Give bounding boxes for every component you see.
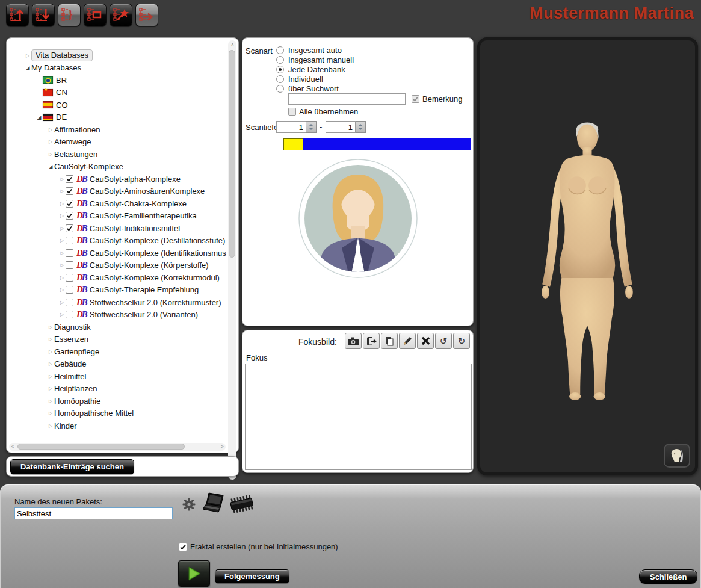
tree-item[interactable]: ▷Affirmationen	[47, 123, 100, 135]
laptop-icon[interactable]	[200, 492, 228, 518]
scroll-right-icon[interactable]: >	[221, 444, 224, 450]
tree-checkbox[interactable]	[66, 224, 73, 232]
db-tree-up-button[interactable]	[6, 4, 29, 26]
tree-item[interactable]: ▷DBCauSolyt-Komplexe (Identifikationsmus	[58, 247, 226, 259]
alle-uebernehmen-checkbox[interactable]	[288, 108, 296, 116]
expand-arrow-icon[interactable]: ▷	[58, 275, 66, 280]
expand-arrow-icon[interactable]: ▷	[47, 127, 54, 132]
expand-arrow-icon[interactable]: ▷	[47, 423, 54, 429]
tree-checkbox[interactable]	[66, 274, 73, 282]
expand-arrow-icon[interactable]: ▷	[47, 374, 54, 379]
fraktal-checkbox[interactable]	[179, 543, 187, 551]
horizontal-scrollbar-thumb[interactable]	[17, 444, 185, 450]
suchwort-input[interactable]	[288, 93, 406, 105]
expand-arrow-icon[interactable]: ▷	[47, 410, 54, 416]
expand-arrow-icon[interactable]: ▷	[58, 201, 66, 206]
expand-arrow-icon[interactable]: ▷	[58, 226, 66, 231]
bemerkung-option[interactable]: Bemerkung	[412, 94, 462, 104]
expand-arrow-icon[interactable]: ▷	[58, 213, 66, 218]
tree-item[interactable]: ◢DE	[36, 111, 67, 123]
radio-button[interactable]	[276, 56, 284, 64]
db-tree-export-button[interactable]	[135, 4, 158, 26]
tree-item[interactable]: ▷Gartenpflege	[47, 345, 99, 357]
package-name-input[interactable]	[14, 507, 173, 519]
rotate-right-button[interactable]: ↻	[453, 333, 470, 349]
tree-item[interactable]: CO	[36, 99, 68, 111]
vertical-scrollbar-thumb[interactable]	[229, 50, 235, 258]
tree-item[interactable]: ◢CauSolyt-Komplexe	[47, 161, 123, 173]
edit-pencil-button[interactable]	[399, 333, 416, 349]
expand-arrow-icon[interactable]: ▷	[58, 238, 66, 243]
collapse-arrow-icon[interactable]: ◢	[36, 114, 43, 120]
folgemessung-button[interactable]: Folgemessung	[215, 569, 289, 583]
bemerkung-checkbox[interactable]	[412, 95, 419, 103]
tree-checkbox[interactable]	[66, 261, 73, 269]
radio-button[interactable]	[276, 46, 284, 54]
scan-depth-from-stepper[interactable]: 1	[276, 121, 317, 133]
tree-item[interactable]: ▷DBStoffwechselkur 2.0 (Varianten)	[58, 309, 198, 321]
tree-item[interactable]: ▷DBStoffwechselkur 2.0 (Korrekturmuster)	[58, 296, 221, 308]
stepper-arrows-icon[interactable]	[306, 121, 317, 133]
tree-item[interactable]: BR	[36, 74, 67, 86]
tree-item[interactable]: ▷Homöopathie	[47, 395, 100, 407]
tree-item[interactable]: ▷DBCauSolyt-Komplexe (Destillationsstufe…	[58, 235, 225, 247]
scanart-option[interactable]: Individuell	[276, 74, 323, 84]
tree-item[interactable]: ▷Heilpflanzen	[47, 383, 97, 395]
tree-item[interactable]: ▷Kinder	[47, 419, 77, 432]
scroll-left-icon[interactable]: <	[11, 444, 14, 450]
scanart-option[interactable]: Jede Datenbank	[276, 64, 345, 74]
radio-button[interactable]	[276, 75, 284, 83]
tree-checkbox[interactable]	[66, 286, 73, 294]
body-model-figure[interactable]	[515, 119, 659, 401]
paste-image-button[interactable]	[381, 333, 398, 349]
db-tree-wand-button[interactable]	[110, 4, 132, 26]
tree-checkbox[interactable]	[66, 175, 73, 183]
scan-depth-to-stepper[interactable]: 1	[326, 121, 366, 133]
tree-item[interactable]: ▷Belastungen	[47, 148, 97, 160]
tree-checkbox[interactable]	[66, 311, 73, 318]
tree-item[interactable]: ▷Essenzen	[47, 333, 88, 345]
tree-item[interactable]: ▷Diagnostik	[47, 321, 91, 333]
tree-item[interactable]: ▷DBCauSolyt-Komplexe (Körperstoffe)	[58, 259, 209, 271]
tree-item[interactable]: ▷DBCauSolyt-alpha-Komplexe	[58, 173, 181, 185]
db-tree-down-button[interactable]	[32, 4, 55, 26]
delete-x-button[interactable]	[417, 333, 434, 349]
radio-button[interactable]	[276, 85, 284, 93]
expand-arrow-icon[interactable]: ▷	[47, 361, 54, 367]
rotate-left-button[interactable]: ↺	[435, 333, 452, 349]
tree-item[interactable]: ▷DBCauSolyt-Familientherapeutika	[58, 210, 197, 222]
expand-arrow-icon[interactable]: ▷	[58, 188, 66, 194]
collapse-arrow-icon[interactable]: ◢	[47, 164, 54, 170]
expand-arrow-icon[interactable]: ▷	[47, 386, 54, 391]
tree-checkbox[interactable]	[66, 299, 73, 306]
tree-item[interactable]: CN	[36, 87, 67, 99]
expand-arrow-icon[interactable]: ▷	[47, 398, 54, 404]
tree-checkbox[interactable]	[66, 200, 73, 208]
expand-arrow-icon[interactable]: ▷	[58, 250, 66, 256]
expand-arrow-icon[interactable]: ▷	[47, 152, 54, 157]
horizontal-scrollbar[interactable]: < >	[9, 443, 226, 451]
tree-item[interactable]: ▷Vita Databases	[24, 49, 93, 61]
expand-arrow-icon[interactable]: ▷	[58, 287, 66, 292]
expand-arrow-icon[interactable]: ▷	[47, 324, 54, 330]
fraktal-option[interactable]: Fraktal erstellen (nur bei Initialmessun…	[179, 542, 338, 551]
scan-depth-from-value[interactable]: 1	[276, 121, 306, 133]
expand-arrow-icon[interactable]: ▷	[24, 53, 31, 58]
tree-item[interactable]: ▷DBCauSolyt-Komplexe (Korrekturmodul)	[58, 271, 220, 283]
tree-item[interactable]: ▷DBCauSolyt-Therapie Empfehlung	[58, 284, 199, 296]
expand-arrow-icon[interactable]: ▷	[58, 312, 66, 317]
tree-checkbox[interactable]	[66, 249, 73, 257]
expand-arrow-icon[interactable]: ▷	[58, 300, 66, 305]
tree-checkbox[interactable]	[66, 212, 73, 220]
tree-item[interactable]: ▷Atemwege	[47, 136, 91, 148]
settings-gear-icon[interactable]	[182, 498, 196, 513]
tree-checkbox[interactable]	[66, 237, 73, 244]
scanart-option[interactable]: Insgesamt auto	[276, 45, 342, 55]
expand-arrow-icon[interactable]: ▷	[47, 336, 54, 342]
tree-item[interactable]: ▷Gebäude	[47, 358, 87, 370]
chip-icon[interactable]	[227, 495, 256, 517]
tree-item[interactable]: ▷DBCauSolyt-Chakra-Komplexe	[58, 197, 187, 209]
db-tree-frame-button[interactable]	[84, 4, 107, 26]
scanart-option[interactable]: über Suchwort	[276, 84, 339, 93]
alle-uebernehmen-option[interactable]: Alle übernehmen	[288, 107, 358, 116]
